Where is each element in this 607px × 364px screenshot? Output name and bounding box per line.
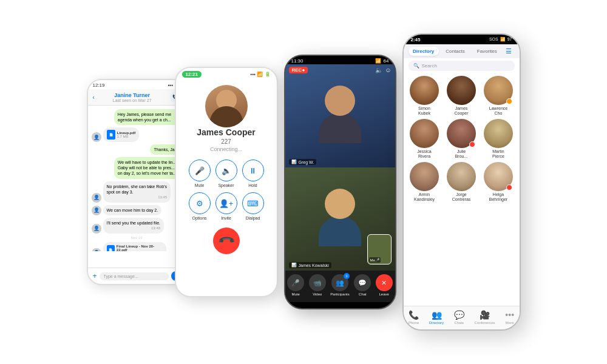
options-icon: ⚙	[189, 192, 211, 214]
phone-call: 12:21 ▪▪▪ 📶 🔋 James Cooper 227 Connectin…	[175, 67, 278, 297]
hold-button[interactable]: ⏸ Hold	[242, 160, 264, 187]
nav-more[interactable]: ••• More	[505, 310, 514, 325]
dialpad-button[interactable]: ⌨ Dialpad	[242, 192, 264, 220]
hold-label: Hold	[248, 183, 257, 187]
contact-james-cooper[interactable]: JamesCooper	[444, 76, 479, 116]
video-top-controls: 🔈 ☺	[375, 67, 391, 73]
contact-lawrence-cho[interactable]: LawrenceCho	[481, 76, 516, 116]
mute-button[interactable]: 🎤 Mute	[189, 160, 211, 187]
directory-search[interactable]: 🔍 Search	[409, 61, 515, 71]
message-text: Hey James, please send me agendа when yo…	[118, 112, 171, 122]
video-control[interactable]: 📹 Video	[309, 274, 326, 296]
file-bubble: 📄 Lineup.pdf 1.7 MB	[103, 127, 140, 142]
avatar-simon-kubek	[410, 76, 439, 105]
participants-icon: 👥 3	[331, 274, 348, 291]
avatar: 👤	[92, 224, 101, 234]
add-button[interactable]: +	[93, 272, 97, 280]
invite-button[interactable]: 👤+ Invite	[215, 192, 237, 220]
phone1-header: ‹ Janine Turner Last seen on Mar 27 📞	[88, 89, 186, 106]
message-time: 13:48	[107, 226, 161, 231]
contact-name: JulieBrou...	[455, 149, 468, 160]
video-controls-bar: 🎤 Mute 📹 Video 👥 3 Participants 💬 Chat ✕	[285, 271, 395, 302]
avatar-helga-behringer	[484, 162, 513, 191]
call-time-badge: 12:21	[182, 71, 202, 78]
tab-favorites[interactable]: Favorites	[472, 47, 502, 56]
nav-phone[interactable]: 📞 Phone	[409, 310, 419, 325]
nav-conferences[interactable]: 🎥 Conferences	[475, 310, 495, 325]
phone-icon: 📞	[409, 310, 419, 320]
bottom-navbar: 📞 Phone 👥 Directory 💬 Chats 🎥 Conference…	[404, 306, 520, 329]
video-person-top	[316, 86, 364, 146]
directory-tabs: Directory Contacts Favorites ☰	[404, 44, 520, 58]
tab-directory[interactable]: Directory	[409, 47, 439, 56]
avatar-lawrence-cho	[484, 76, 513, 105]
back-arrow-icon[interactable]: ‹	[93, 94, 95, 101]
end-call-button[interactable]: 📞	[207, 222, 245, 260]
nav-chats[interactable]: 💬 Chats	[454, 310, 464, 325]
contact-julie-brou[interactable]: JulieBrou...	[444, 119, 479, 160]
phone2-signal: ▪▪▪ 📶 🔋	[251, 72, 271, 77]
chat-icon: 💬	[354, 274, 371, 291]
video-grid: REC● 🔈 ☺ 📊 Greg W.	[285, 64, 395, 271]
nav-phone-label: Phone	[409, 321, 419, 325]
mute-label: Mute	[292, 292, 300, 296]
speaker-icon: 🔈	[215, 160, 237, 181]
call-status: Connecting...	[210, 146, 242, 152]
participant-count: 3	[344, 273, 350, 279]
status-dot	[469, 141, 475, 147]
chat-control[interactable]: 💬 Chat	[354, 274, 371, 296]
video-label: Video	[313, 292, 322, 296]
menu-icon[interactable]: ☰	[503, 47, 514, 55]
person-head	[325, 189, 355, 219]
leave-icon: ✕	[376, 274, 393, 291]
participants-control[interactable]: 👥 3 Participants	[330, 274, 349, 296]
contact-martin-pierce[interactable]: MartinPierce	[481, 119, 516, 160]
message-bubble: No problem, she can take Rob's spot on d…	[103, 181, 171, 203]
participant-name: Greg W.	[299, 160, 314, 164]
avatar-image	[484, 119, 513, 148]
signal-icon: SOS	[489, 37, 498, 42]
hold-icon: ⏸	[242, 160, 264, 181]
contact-name: Janine Turner	[97, 92, 168, 98]
phone1-status-bar: 12:19 ▪▪▪ 🔋	[88, 80, 186, 89]
more-icon: •••	[505, 310, 514, 320]
message-bubble: I'll send you the updated file. 13:48	[103, 218, 164, 234]
avatar-image	[447, 162, 476, 191]
call-screen: James Cooper 227 Connecting... 🎤 Mute 🔈 …	[176, 79, 277, 257]
message-input[interactable]: Type a message...	[100, 272, 169, 280]
avatar-armin-kandinskiy	[410, 162, 439, 191]
contact-helga-behringer[interactable]: HelgaBehringer	[481, 162, 516, 203]
file-info: Final Lineup - Nov 20-22.pdf 4.2 MB	[117, 244, 163, 251]
contact-simon-kubek[interactable]: SimonKubek	[407, 76, 442, 116]
invite-icon: 👤+	[215, 192, 237, 214]
avatar-image	[447, 76, 476, 105]
avatar-julie-brou	[447, 119, 476, 148]
person-head	[325, 86, 355, 116]
nav-directory[interactable]: 👥 Directory	[429, 310, 444, 325]
phone4-camera	[449, 35, 473, 41]
tab-contacts[interactable]: Contacts	[440, 47, 470, 56]
contact-armin-kandinskiy[interactable]: ArminKandinskiy	[407, 162, 442, 203]
phone1-time: 12:19	[93, 83, 105, 88]
message-bubble: We will have to update the lin... Gaby w…	[114, 157, 182, 178]
message-row: 👤 No problem, she can take Rob's spot on…	[92, 181, 182, 203]
contact-jessica-rivera[interactable]: JessicaRivera	[407, 119, 442, 160]
leave-control[interactable]: ✕ Leave	[376, 274, 393, 296]
search-icon: 🔍	[413, 63, 419, 69]
caller-number: 227	[221, 138, 231, 145]
contact-jorge-contreras[interactable]: JorgeContreras	[444, 162, 479, 203]
file-size: 1.7 MB	[117, 135, 136, 138]
mute-icon: 🎤	[287, 274, 304, 291]
speaker-button[interactable]: 🔈 Speaker	[215, 160, 237, 187]
avatar-image	[410, 119, 439, 148]
message-text: We will have to update the lin... Gaby w…	[118, 160, 177, 175]
mute-control[interactable]: 🎤 Mute	[287, 274, 304, 296]
message-time: 13:45	[107, 195, 168, 200]
options-button[interactable]: ⚙ Options	[189, 192, 211, 220]
file-bubble: 📄 Final Lineup - Nov 20-22.pdf 4.2 MB	[103, 242, 166, 251]
conferences-icon: 🎥	[480, 310, 490, 320]
phone4-icons: SOS 📶 97	[489, 37, 512, 42]
avatar-martin-pierce	[484, 119, 513, 148]
avatar-image	[410, 162, 439, 191]
video-name-tag-bottom: 📊 James Kowalski	[289, 262, 331, 268]
